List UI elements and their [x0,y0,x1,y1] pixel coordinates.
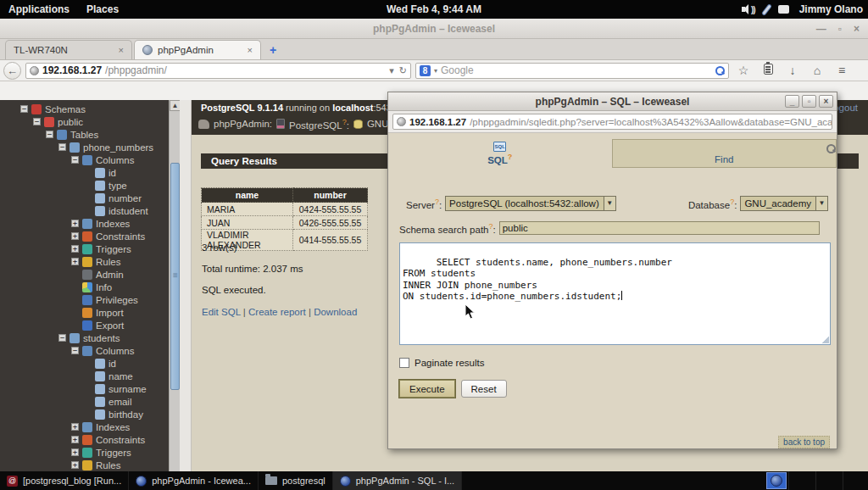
tree-item-idstudent[interactable]: −idstudent [0,204,168,217]
expand-icon[interactable]: + [71,448,79,456]
execute-button[interactable]: Execute [399,380,455,398]
popup-titlebar[interactable]: phpPgAdmin – SQL – Iceweasel [388,92,837,111]
breadcrumb-label[interactable]: PostgreSQL?: [289,118,349,131]
expand-icon[interactable]: + [71,232,79,240]
scrollbar-thumb[interactable] [170,163,180,390]
chevron-down-icon[interactable]: ▼ [815,197,827,210]
iceweasel-tray-icon[interactable] [766,472,787,489]
popup-url-bar[interactable]: 192.168.1.27 /phppgadmin/sqledit.php?ser… [392,114,832,130]
tree-item-export[interactable]: −Export [0,319,168,331]
collapse-icon[interactable]: − [20,105,28,113]
paginate-checkbox[interactable] [399,358,409,368]
scroll-up-icon[interactable]: ▲ [170,100,180,111]
maximize-icon[interactable]: ▫ [838,23,842,35]
browser-tab-phppgadmin[interactable]: phpPgAdmin× [134,40,261,59]
reload-icon[interactable]: ↻ [399,65,407,76]
tree-item-phone_numbers[interactable]: −phone_numbers [0,141,168,153]
popup-maximize-icon[interactable]: ▫ [802,95,816,108]
tree-item-triggers[interactable]: +Triggers [0,242,168,255]
new-tab-button[interactable]: + [263,43,283,59]
back-button[interactable]: ← [3,62,21,80]
taskbar-item[interactable]: @[postgresql_blog [Run... [0,471,129,490]
tab-close-icon[interactable]: × [248,45,253,55]
tree-item-import[interactable]: −Import [0,306,168,319]
search-engine-dropdown-icon[interactable]: ▾ [434,67,437,75]
sql-textarea[interactable]: SELECT students.name, phone_numbers.numb… [399,242,831,345]
collapse-icon[interactable]: − [71,347,79,354]
tablet-pen-icon[interactable] [762,4,771,14]
tree-item-constraints[interactable]: +Constraints [0,433,168,446]
expand-icon[interactable]: + [71,220,79,227]
tab-find[interactable]: Find [612,139,837,168]
database-select[interactable]: GNU_academy▼ [740,196,828,211]
search-engine-icon[interactable]: 8 [420,65,431,76]
tree-item-rules[interactable]: +Rules [0,459,168,471]
bookmark-star-icon[interactable]: ☆ [733,64,754,77]
tree-item-students[interactable]: −students [0,331,168,344]
tree-item-email[interactable]: −email [0,395,168,408]
reset-button[interactable]: Reset [461,380,507,398]
tree-item-birthday[interactable]: −birthday [0,408,168,420]
url-dropdown-icon[interactable]: ▾ [389,65,394,76]
reading-list-icon[interactable] [758,64,778,77]
menu-icon[interactable]: ≡ [832,64,852,77]
minimize-icon[interactable]: — [816,23,826,35]
close-icon[interactable]: × [854,23,860,35]
taskbar-item[interactable]: postgresql [259,471,333,490]
site-identity-icon[interactable] [30,66,39,75]
tree-item-indexes[interactable]: +Indexes [0,420,168,433]
collapse-icon[interactable]: − [33,118,41,125]
tree-item-type[interactable]: −type [0,179,168,192]
tree-item-number[interactable]: −number [0,192,168,204]
places-menu[interactable]: Places [78,0,127,19]
taskbar-item[interactable]: phpPgAdmin - Icewea... [129,471,259,490]
tree-item-schemas[interactable]: −Schemas [0,103,168,115]
tree-item-columns[interactable]: −Columns [0,153,168,166]
applications-menu[interactable]: Applications [0,0,78,19]
tree-item-name[interactable]: −name [0,370,168,382]
search-go-icon[interactable] [715,65,725,75]
tree-item-constraints[interactable]: +Constraints [0,230,168,242]
tree-item-columns[interactable]: −Columns [0,344,168,357]
tab-close-icon[interactable]: × [119,45,124,55]
collapse-icon[interactable]: − [71,156,79,164]
chat-icon[interactable] [778,5,789,14]
tab-sql[interactable]: SQL SQL? [388,139,612,168]
home-icon[interactable]: ⌂ [807,64,827,77]
tree-item-rules[interactable]: +Rules [0,255,168,268]
expand-icon[interactable]: + [71,245,79,253]
expand-icon[interactable]: + [71,258,79,265]
popup-minimize-icon[interactable]: _ [785,95,799,108]
tree-item-tables[interactable]: −Tables [0,128,168,141]
action-link-edit-sql[interactable]: Edit SQL [202,307,241,317]
help-icon[interactable]: ? [342,118,347,126]
chevron-down-icon[interactable]: ▼ [604,197,615,210]
tree-item-info[interactable]: −Info [0,281,168,293]
popup-close-icon[interactable]: × [819,95,833,108]
search-bar[interactable]: 8 ▾ Google [415,63,729,79]
tree-item-id[interactable]: −id [0,166,168,179]
tree-item-admin[interactable]: −Admin [0,268,168,281]
action-link-download[interactable]: Download [314,307,357,317]
collapse-icon[interactable]: − [46,131,53,138]
popup-back-to-top-link[interactable]: back to top [778,436,830,448]
tree-item-indexes[interactable]: +Indexes [0,217,168,230]
tree-item-privileges[interactable]: −Privileges [0,293,168,306]
collapse-icon[interactable]: − [58,334,66,342]
user-menu[interactable]: Jimmy Olano [799,3,863,15]
resize-grip-icon[interactable] [822,337,829,343]
tree-item-public[interactable]: −public [0,115,168,128]
schema-search-path-input[interactable]: public [499,221,820,235]
action-link-create-report[interactable]: Create report [248,307,306,317]
breadcrumb-label[interactable]: phpPgAdmin: [214,119,272,129]
downloads-icon[interactable]: ↓ [782,64,803,77]
collapse-icon[interactable]: − [58,143,66,151]
taskbar-item[interactable]: phpPgAdmin - SQL - I... [333,471,462,490]
sidebar-scrollbar[interactable]: ▲ ▼ [169,100,180,490]
expand-icon[interactable]: + [71,423,79,431]
volume-icon[interactable]: )) [742,4,755,14]
tree-item-id[interactable]: −id [0,357,168,370]
browser-titlebar[interactable]: phpPgAdmin – Iceweasel — ▫ × [0,19,868,39]
panel-clock[interactable]: Wed Feb 4, 9:44 AM [387,3,481,15]
expand-icon[interactable]: + [71,461,79,469]
